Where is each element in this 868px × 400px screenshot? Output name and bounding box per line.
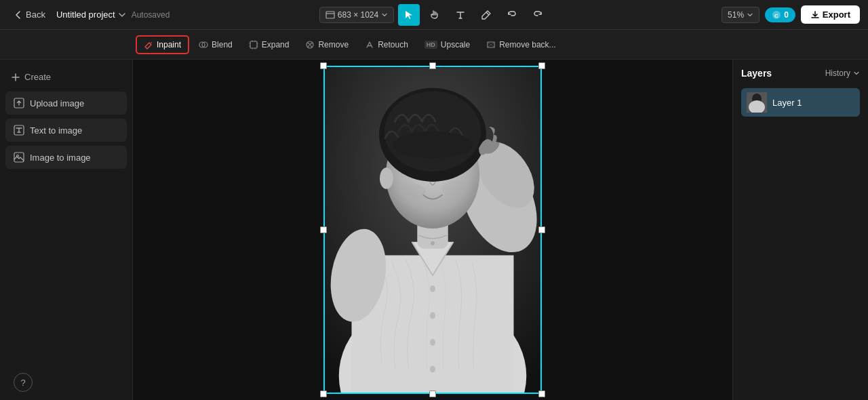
create-label: Create xyxy=(24,72,51,82)
remove-label: Remove xyxy=(318,40,349,49)
topbar-left: Back Untitled project Autosaved xyxy=(8,7,314,22)
export-label: Export xyxy=(823,9,850,20)
svg-point-28 xyxy=(399,184,426,200)
select-tool-button[interactable] xyxy=(398,4,420,26)
remove-icon xyxy=(305,40,315,49)
help-label: ? xyxy=(20,378,25,388)
image-to-image-label: Image to image xyxy=(30,153,91,163)
text-to-image-button[interactable]: Text to image xyxy=(5,119,127,142)
left-sidebar: Create Upload image Text to image Image … xyxy=(0,60,133,400)
svg-rect-5 xyxy=(250,41,257,48)
history-button[interactable]: History xyxy=(825,68,860,78)
credits-count: 0 xyxy=(784,10,789,20)
redo-button[interactable] xyxy=(527,4,549,26)
topbar: Back Untitled project Autosaved 683 × 10… xyxy=(0,0,868,30)
text-tool-button[interactable] xyxy=(450,4,471,26)
canvas-image-wrapper xyxy=(323,66,542,394)
canvas-dimensions: 683 × 1024 xyxy=(338,10,378,20)
credits-button[interactable]: C 0 xyxy=(765,7,795,22)
select-icon xyxy=(403,9,414,20)
remove-bg-button[interactable]: Remove back... xyxy=(479,37,562,53)
redo-icon xyxy=(532,9,543,20)
inpaint-button[interactable]: Inpaint xyxy=(136,35,189,54)
layer-thumbnail xyxy=(747,92,767,113)
zoom-selector[interactable]: 51% xyxy=(722,7,760,23)
project-name-text: Untitled project xyxy=(56,9,115,20)
retouch-label: Retouch xyxy=(378,40,408,49)
remove-bg-label: Remove back... xyxy=(499,40,555,49)
topbar-right: 51% C 0 Export xyxy=(554,5,860,24)
handle-middle-right[interactable] xyxy=(538,226,545,233)
create-header[interactable]: Create xyxy=(5,68,127,86)
blend-icon xyxy=(199,40,208,49)
blend-label: Blend xyxy=(212,40,233,49)
svg-point-17 xyxy=(430,365,435,372)
svg-point-27 xyxy=(380,167,393,189)
text-to-image-label: Text to image xyxy=(30,125,82,136)
back-arrow-icon xyxy=(14,10,23,20)
svg-text:C: C xyxy=(774,13,778,19)
handle-top-right[interactable] xyxy=(538,62,545,69)
secondary-toolbar: Inpaint Blend Expand Remove Retouch HD xyxy=(0,30,868,60)
export-icon xyxy=(810,10,820,20)
chevron-down-icon xyxy=(118,11,126,19)
upload-image-button[interactable]: Upload image xyxy=(5,92,127,115)
handle-bottom-center[interactable] xyxy=(429,391,436,397)
svg-rect-9 xyxy=(14,153,24,162)
image-to-image-icon xyxy=(14,152,24,163)
history-label: History xyxy=(825,68,850,78)
handle-top-left[interactable] xyxy=(320,62,327,69)
canvas-size-selector[interactable]: 683 × 1024 xyxy=(319,7,394,23)
text-icon xyxy=(455,9,466,20)
hand-icon xyxy=(429,9,440,20)
autosaved-status: Autosaved xyxy=(132,10,170,20)
help-button[interactable]: ? xyxy=(14,373,33,392)
remove-button[interactable]: Remove xyxy=(298,37,355,53)
layers-title: Layers xyxy=(741,68,772,79)
chevron-down-history-icon xyxy=(853,70,860,77)
retouch-icon xyxy=(365,40,374,49)
credits-icon: C xyxy=(772,10,781,20)
upscale-button[interactable]: HD Upscale xyxy=(418,37,477,53)
retouch-button[interactable]: Retouch xyxy=(358,37,415,53)
hand-tool-button[interactable] xyxy=(424,4,446,26)
upload-icon xyxy=(14,98,24,108)
zoom-level: 51% xyxy=(728,10,744,20)
pen-tool-button[interactable] xyxy=(475,4,497,26)
handle-bottom-right[interactable] xyxy=(538,391,545,397)
remove-bg-icon xyxy=(486,40,496,49)
text-to-image-icon xyxy=(14,125,24,136)
svg-point-32 xyxy=(393,132,473,159)
project-name[interactable]: Untitled project xyxy=(56,9,126,20)
blend-button[interactable]: Blend xyxy=(192,37,239,53)
pen-icon xyxy=(481,9,492,20)
expand-button[interactable]: Expand xyxy=(242,37,296,53)
back-button[interactable]: Back xyxy=(8,7,51,22)
handle-bottom-left[interactable] xyxy=(320,391,327,397)
main-content: Create Upload image Text to image Image … xyxy=(0,60,868,400)
resize-icon xyxy=(326,10,335,20)
panel-header: Layers History xyxy=(741,68,860,79)
svg-point-14 xyxy=(430,285,435,292)
chevron-down-small-icon xyxy=(381,12,388,18)
handle-middle-left[interactable] xyxy=(320,226,327,233)
right-panel: Layers History Layer 1 xyxy=(732,60,868,400)
svg-rect-0 xyxy=(326,12,334,18)
hd-badge: HD xyxy=(425,41,437,49)
svg-point-15 xyxy=(430,312,435,319)
image-to-image-button[interactable]: Image to image xyxy=(5,146,127,169)
topbar-center: 683 × 1024 xyxy=(319,4,549,26)
handle-top-center[interactable] xyxy=(429,62,436,69)
inpaint-label: Inpaint xyxy=(157,40,181,49)
undo-button[interactable] xyxy=(501,4,523,26)
expand-label: Expand xyxy=(262,40,290,49)
layer-item[interactable]: Layer 1 xyxy=(741,88,860,117)
expand-icon xyxy=(249,40,258,49)
svg-point-16 xyxy=(430,339,435,346)
create-icon xyxy=(11,73,20,82)
inpaint-icon xyxy=(144,40,153,49)
export-button[interactable]: Export xyxy=(801,5,860,24)
upload-image-label: Upload image xyxy=(30,98,84,108)
upscale-label: Upscale xyxy=(441,40,470,49)
canvas-area[interactable] xyxy=(133,60,732,400)
